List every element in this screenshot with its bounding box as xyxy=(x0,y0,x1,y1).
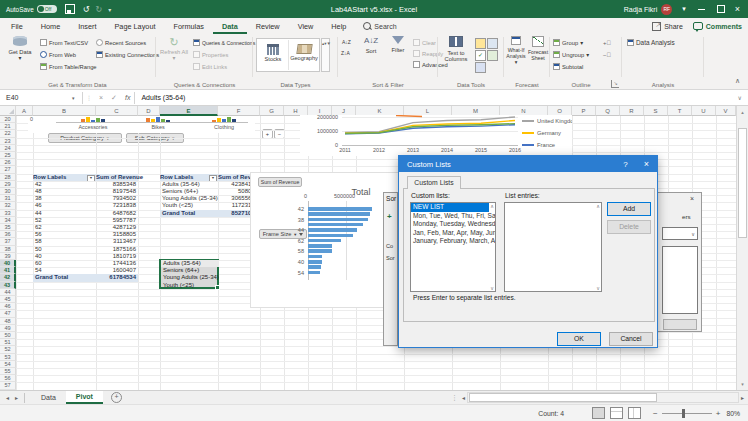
pivot-row[interactable]: 446487682 xyxy=(33,210,138,217)
scroll-up-icon[interactable]: ∧ xyxy=(490,203,494,209)
grid-row-header-23[interactable]: 23 xyxy=(0,138,16,145)
vertical-scrollbar[interactable]: ▴ ▾ xyxy=(736,106,748,390)
horizontal-scrollbar[interactable] xyxy=(467,392,739,403)
custom-list-item[interactable]: January, February, March, April, Ma xyxy=(411,237,489,246)
bar-62[interactable] xyxy=(308,239,341,243)
pivot-row[interactable]: 387934502 xyxy=(33,195,138,202)
custom-list-item[interactable]: Mon, Tue, Wed, Thu, Fri, Sat, Sun xyxy=(411,212,489,221)
hscroll-divider-icon[interactable]: ⋮ xyxy=(451,394,458,402)
line-chart-fragment[interactable]: 200000010000000201120122013201420152016U… xyxy=(300,115,572,156)
grid-row-header-45[interactable]: 45 xyxy=(0,296,16,303)
grid-row-header-34[interactable]: 34 xyxy=(0,217,16,224)
grid-row-header-50[interactable]: 50 xyxy=(0,332,16,339)
grid-row-header-39[interactable]: 39 xyxy=(0,253,16,260)
pivot-grand-total-row[interactable]: Grand Total85271008 xyxy=(160,210,260,217)
count-indicator[interactable]: Count: 4 xyxy=(538,410,564,417)
new-sheet-icon[interactable]: + xyxy=(111,392,122,403)
pivot-grand-total-row[interactable]: Grand Total61784534 xyxy=(33,274,138,281)
selected-range-E40-E43[interactable]: Adults (35-64)Seniors (64+)Young Adults … xyxy=(159,259,219,289)
grid-row-header-44[interactable]: 44 xyxy=(0,289,16,296)
cancel-button[interactable]: Cancel xyxy=(609,332,653,346)
legend-item-germany[interactable]: Germany xyxy=(522,130,561,136)
grid-column-header-B[interactable]: B xyxy=(33,106,96,116)
pivot-row[interactable]: 428385348 xyxy=(33,181,138,188)
grid-row-header-54[interactable]: 54 xyxy=(0,361,16,368)
grid-row-header-43[interactable]: 43 xyxy=(0,282,16,289)
zoom-out-icon[interactable]: − xyxy=(653,409,658,418)
selected-cell[interactable]: Seniors (64+) xyxy=(161,267,219,274)
page-layout-view-icon[interactable] xyxy=(610,407,623,419)
grid-column-header-S[interactable]: S xyxy=(644,106,668,116)
grid-row-header-24[interactable]: 24 xyxy=(0,145,16,152)
grid-row-header-36[interactable]: 36 xyxy=(0,231,16,238)
bar-56[interactable] xyxy=(308,244,332,248)
legend-item-united-kingdom[interactable]: United Kingdom xyxy=(522,118,572,124)
grid-column-header-C[interactable]: C xyxy=(96,106,138,116)
grid-column-header-D[interactable]: D xyxy=(138,106,160,116)
grid-row-header-52[interactable]: 52 xyxy=(0,346,16,353)
grid-row-header-35[interactable]: 35 xyxy=(0,224,16,231)
bar-60[interactable] xyxy=(308,265,321,269)
pivot-row[interactable]: Adults (35-64)42384153 xyxy=(160,181,260,188)
zoom-in-icon[interactable]: + xyxy=(716,409,721,418)
pivot-row[interactable]: 563158805 xyxy=(33,231,138,238)
legend-item-france[interactable]: France xyxy=(522,142,555,148)
scroll-down-icon[interactable]: ▾ xyxy=(737,378,748,390)
grid-row-header-41[interactable]: 41 xyxy=(0,267,16,274)
grid-row-header-25[interactable]: 25 xyxy=(0,152,16,159)
zoom-slider[interactable] xyxy=(662,413,712,414)
pivot-row[interactable]: 601744136 xyxy=(33,260,138,267)
grid-row-header-37[interactable]: 37 xyxy=(0,238,16,245)
bar-50[interactable] xyxy=(308,255,322,259)
zoom-level[interactable]: 80% xyxy=(726,410,740,417)
sort-dialog-right-sliver[interactable]: × ers ∨ xyxy=(657,192,702,332)
bar-58[interactable] xyxy=(308,249,332,253)
pivot-row[interactable]: 583113467 xyxy=(33,238,138,245)
zoom-slider-thumb[interactable] xyxy=(682,409,685,418)
grid-row-header-51[interactable]: 51 xyxy=(0,339,16,346)
grid-column-header-T[interactable]: T xyxy=(668,106,692,116)
sort-dialog-left-sliver[interactable]: Sor + Co Sor xyxy=(383,192,398,346)
fill-handle[interactable] xyxy=(215,285,220,290)
scroll-down-icon[interactable]: ∨ xyxy=(596,285,600,291)
column-chart-fragment[interactable]: 0 AccessoriesBikesClothing xyxy=(28,116,255,133)
grid-row-header-55[interactable]: 55 xyxy=(0,368,16,375)
partial-button[interactable] xyxy=(663,319,697,330)
grid-row-header-22[interactable]: 22 xyxy=(0,130,16,137)
grid-column-header-U[interactable]: U xyxy=(692,106,716,116)
normal-view-icon[interactable] xyxy=(592,407,605,419)
grid-row-header-29[interactable]: 29 xyxy=(0,181,16,188)
grid-row-header-57[interactable]: 57 xyxy=(0,382,16,389)
custom-lists-listbox[interactable]: ∧ ∨ NEW LISTMon, Tue, Wed, Thu, Fri, Sat… xyxy=(410,202,496,292)
grid-column-header-V[interactable]: V xyxy=(716,106,736,116)
grid-row-header-28[interactable]: 28 xyxy=(0,174,16,181)
sheet-tab-pivot[interactable]: Pivot xyxy=(66,391,103,404)
pivot-row[interactable]: 401810719 xyxy=(33,253,138,260)
grid-column-header-E[interactable]: E xyxy=(160,106,218,116)
pivot-row[interactable]: Seniors (64+)508042 xyxy=(160,188,260,195)
tab-custom-lists[interactable]: Custom Lists xyxy=(407,176,461,189)
pivot-row[interactable]: 467231838 xyxy=(33,202,138,209)
order-listbox[interactable] xyxy=(662,246,698,314)
bar-54[interactable] xyxy=(308,271,320,275)
pivot-header-row[interactable]: Row Labels▼Sum of Revenue xyxy=(33,174,138,181)
ok-button[interactable]: OK xyxy=(557,332,601,346)
grid-row-header-56[interactable]: 56 xyxy=(0,375,16,382)
grid-row-header-21[interactable]: 21 xyxy=(0,123,16,130)
pivot-row[interactable]: 488197548 xyxy=(33,188,138,195)
custom-list-item[interactable]: Monday, Tuesday, Wednesday, Thu xyxy=(411,220,489,229)
selected-cell[interactable]: Young Adults (25-34) xyxy=(161,274,219,281)
selected-cell[interactable]: Youth (<25) xyxy=(161,282,219,289)
pivot-header-row[interactable]: Row Labels▼Sum of Revenue xyxy=(160,174,260,181)
sheet-nav-left-icon[interactable]: ◂ xyxy=(6,394,9,401)
grid-column-header-G[interactable]: G xyxy=(260,106,284,116)
scrollbar-thumb[interactable] xyxy=(469,393,657,402)
scrollbar-thumb[interactable] xyxy=(738,128,747,238)
bar-40[interactable] xyxy=(308,260,322,264)
list-entries-listbox[interactable]: ∧ ∨ xyxy=(504,202,602,292)
pivot-row[interactable]: 541600407 xyxy=(33,267,138,274)
order-combobox[interactable]: ∨ xyxy=(662,227,698,240)
bar-42[interactable] xyxy=(308,207,372,211)
grid-column-header-A[interactable]: A xyxy=(16,106,33,116)
bar-52[interactable] xyxy=(308,234,353,238)
